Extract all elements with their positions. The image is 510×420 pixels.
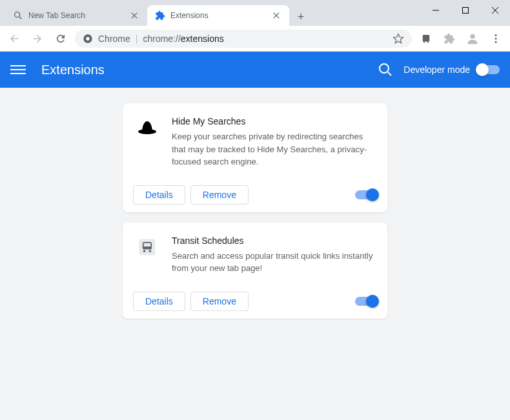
developer-mode-toggle[interactable] bbox=[478, 65, 500, 74]
browser-tab-1[interactable]: Extensions bbox=[147, 5, 289, 26]
extension-description: Search and access popular transit quick … bbox=[172, 250, 374, 275]
svg-point-17 bbox=[495, 37, 497, 39]
search-icon bbox=[13, 10, 23, 21]
svg-point-25 bbox=[143, 250, 146, 252]
profile-avatar[interactable] bbox=[464, 30, 482, 48]
svg-rect-1 bbox=[463, 8, 469, 14]
remove-button[interactable]: Remove bbox=[190, 292, 249, 311]
svg-point-26 bbox=[149, 250, 152, 252]
svg-point-16 bbox=[495, 34, 497, 36]
window-minimize-button[interactable] bbox=[421, 0, 451, 21]
window-close-button[interactable] bbox=[480, 0, 510, 21]
svg-point-18 bbox=[495, 41, 497, 43]
details-button[interactable]: Details bbox=[133, 185, 185, 205]
back-button[interactable] bbox=[5, 30, 23, 48]
extensions-list: Hide My Searches Keep your searches priv… bbox=[0, 88, 510, 420]
browser-toolbar: Chrome | chrome://extensions bbox=[0, 26, 510, 52]
bookmark-star-icon[interactable] bbox=[393, 33, 404, 45]
details-button[interactable]: Details bbox=[133, 292, 185, 311]
extension-enable-toggle[interactable] bbox=[355, 190, 377, 199]
extension-name: Transit Schedules bbox=[172, 235, 374, 246]
tab-close-icon[interactable] bbox=[129, 10, 139, 21]
reload-button[interactable] bbox=[52, 30, 70, 48]
svg-point-19 bbox=[380, 64, 389, 73]
svg-line-5 bbox=[19, 17, 21, 19]
svg-line-20 bbox=[388, 72, 391, 75]
tab-title: New Tab Search bbox=[28, 11, 124, 20]
svg-point-4 bbox=[15, 12, 20, 17]
url-context: Chrome bbox=[98, 34, 130, 44]
window-maximize-button[interactable] bbox=[451, 0, 480, 21]
bus-icon bbox=[136, 235, 159, 259]
url-separator: | bbox=[136, 34, 138, 44]
page-title: Extensions bbox=[41, 63, 378, 77]
svg-point-14 bbox=[427, 41, 429, 43]
extension-card: Hide My Searches Keep your searches priv… bbox=[123, 103, 387, 212]
forward-button[interactable] bbox=[28, 30, 46, 48]
svg-point-11 bbox=[86, 37, 89, 40]
chrome-icon bbox=[83, 34, 93, 44]
tab-close-icon[interactable] bbox=[271, 10, 281, 21]
address-bar[interactable]: Chrome | chrome://extensions bbox=[75, 30, 412, 48]
extension-name: Hide My Searches bbox=[172, 116, 374, 126]
svg-point-13 bbox=[423, 41, 425, 43]
extension-icon bbox=[155, 10, 165, 21]
hamburger-menu-icon[interactable] bbox=[10, 62, 26, 77]
extensions-header: Extensions Developer mode bbox=[0, 52, 510, 88]
remove-button[interactable]: Remove bbox=[190, 185, 249, 205]
new-tab-button[interactable]: + bbox=[292, 8, 310, 26]
svg-rect-24 bbox=[144, 243, 151, 246]
search-icon[interactable] bbox=[378, 62, 393, 77]
puzzle-extension-icon[interactable] bbox=[440, 30, 458, 48]
svg-rect-12 bbox=[423, 35, 430, 42]
extension-card: Transit Schedules Search and access popu… bbox=[123, 223, 387, 319]
svg-point-15 bbox=[470, 34, 474, 38]
hat-icon bbox=[136, 116, 159, 139]
transit-extension-icon[interactable] bbox=[417, 30, 435, 48]
url-text: chrome://extensions bbox=[143, 34, 223, 44]
tab-title: Extensions bbox=[170, 11, 266, 20]
extension-enable-toggle[interactable] bbox=[355, 297, 377, 306]
menu-button[interactable] bbox=[487, 30, 505, 48]
extension-description: Keep your searches private by redirectin… bbox=[172, 130, 374, 168]
developer-mode-label: Developer mode bbox=[403, 65, 470, 75]
browser-tab-0[interactable]: New Tab Search bbox=[5, 5, 147, 26]
